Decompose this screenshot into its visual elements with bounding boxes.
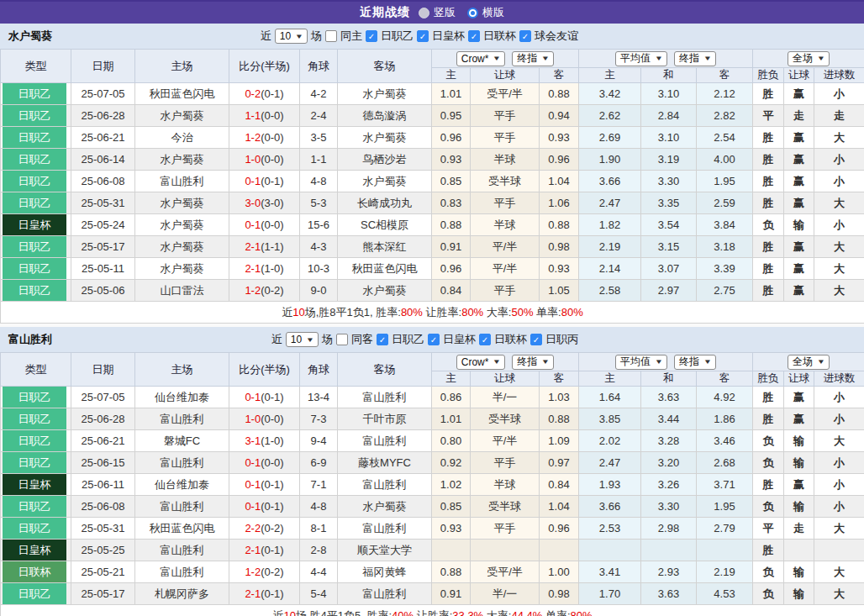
match-type: 日职乙 <box>1 583 71 605</box>
scope-select[interactable]: 全场▼ <box>788 355 830 370</box>
away-team: 藤枝MYFC <box>338 452 432 474</box>
recent-count-select[interactable]: 10▼ <box>286 332 319 347</box>
result-goals: 小 <box>814 452 864 474</box>
avg-time-select[interactable]: 终指▼ <box>674 51 716 66</box>
col-avg-away: 客 <box>697 68 753 83</box>
result-goals: 小 <box>814 83 864 105</box>
home-team: 水户蜀葵 <box>135 105 229 127</box>
select-value: 10 <box>280 30 291 42</box>
col-odds-handicap: 让球 <box>471 68 540 83</box>
match-type-badge: 日职乙 <box>3 171 66 192</box>
league-checkbox[interactable]: ✓ <box>366 30 377 42</box>
average-select[interactable]: 平均值▼ <box>615 355 667 370</box>
bookmaker-select[interactable]: Crow*▼ <box>456 355 506 370</box>
avg-away: 2.79 <box>697 518 753 540</box>
home-team: 仙台维加泰 <box>135 387 229 408</box>
section-header-mito: 水户蜀葵 近10▼场同主✓日职乙✓日皇杯✓日联杯✓球会友谊 <box>0 24 864 49</box>
match-type-badge: 日职乙 <box>3 83 66 104</box>
fulltime-score: 3-0 <box>245 197 261 209</box>
odds-away: 0.96 <box>540 518 579 540</box>
summary-row: 近10场,胜4平1负5, 胜率:40% 让胜率:33.3% 大率:44.4% 单… <box>1 605 864 616</box>
odds-home: 0.84 <box>432 280 471 302</box>
avg-home: 2.58 <box>579 280 641 302</box>
section-header-toyama: 富山胜利 近10▼场同客✓日职乙✓日皇杯✓日联杯✓日职丙 <box>0 327 864 352</box>
layout-radio-option[interactable]: 竖版 <box>419 5 456 20</box>
same-venue-checkbox[interactable] <box>336 334 348 345</box>
team-name: 水户蜀葵 <box>8 29 52 44</box>
league-checkbox[interactable]: ✓ <box>530 334 542 345</box>
chevron-down-icon: ▼ <box>703 358 712 366</box>
avg-away: 2.68 <box>697 452 753 474</box>
result-handicap: 赢 <box>784 192 814 214</box>
layout-radio-selected[interactable]: 横版 <box>467 5 504 20</box>
scope-select[interactable]: 全场▼ <box>788 51 830 66</box>
odds-time-select[interactable]: 终指▼ <box>512 355 554 370</box>
avg-draw: 3.07 <box>641 258 697 280</box>
match-type-badge: 日职乙 <box>3 236 66 257</box>
avg-time-select[interactable]: 终指▼ <box>674 355 716 370</box>
odds-handicap <box>471 540 540 561</box>
odds-handicap: 平手 <box>471 192 540 214</box>
avg-draw: 3.10 <box>641 83 697 105</box>
bookmaker-select[interactable]: Crow*▼ <box>456 51 506 66</box>
league-checkbox[interactable]: ✓ <box>428 334 440 345</box>
summary-text: 让胜率: <box>414 609 452 616</box>
odds-home: 0.88 <box>432 561 471 583</box>
summary-stat: 50% <box>511 306 533 319</box>
home-team: 水户蜀葵 <box>135 258 229 280</box>
avg-away: 1.95 <box>697 496 753 518</box>
match-type: 日职乙 <box>1 280 71 302</box>
result-handicap: 赢 <box>784 387 814 408</box>
radio-label: 竖版 <box>434 5 456 20</box>
result-goals: 小 <box>814 496 864 518</box>
summary-stat: 10 <box>283 609 295 616</box>
table-row: 日皇杯25-05-25富山胜利2-1(0-1)2-8顺天堂大学胜 <box>1 540 864 561</box>
away-team: 德岛漩涡 <box>338 105 432 127</box>
league-label: 日皇杯 <box>432 29 465 44</box>
corners: 7-1 <box>300 474 338 496</box>
fulltime-score: 2-1 <box>245 262 261 275</box>
league-checkbox[interactable]: ✓ <box>417 30 429 42</box>
col-result-winloss: 胜负 <box>753 68 784 83</box>
odds-home: 1.01 <box>432 408 471 430</box>
chevron-down-icon: ▼ <box>541 55 550 62</box>
col-odds-handicap: 让球 <box>471 371 540 387</box>
fulltime-score: 0-1 <box>245 175 261 187</box>
league-checkbox[interactable]: ✓ <box>468 30 480 42</box>
odds-home: 0.96 <box>432 258 471 280</box>
league-checkbox[interactable]: ✓ <box>377 334 388 345</box>
away-team: 富山胜利 <box>338 583 432 605</box>
halftime-score: (0-0) <box>261 109 283 122</box>
odds-away: 1.04 <box>540 496 579 518</box>
recent-count-select[interactable]: 10▼ <box>275 29 308 44</box>
col-avg-draw: 和 <box>641 371 697 387</box>
score-halftime: 2-2(0-2) <box>229 518 300 540</box>
away-team: 顺天堂大学 <box>338 540 432 561</box>
result-handicap: 输 <box>784 496 814 518</box>
halftime-score: (0-1) <box>261 391 283 403</box>
odds-away: 0.93 <box>540 127 579 149</box>
match-type: 日职乙 <box>1 105 71 127</box>
result-handicap <box>784 540 814 561</box>
result-winloss: 负 <box>753 496 784 518</box>
odds-home: 0.91 <box>432 583 471 605</box>
result-handicap: 输 <box>784 430 814 452</box>
same-venue-checkbox[interactable] <box>325 30 337 42</box>
match-date: 25-06-21 <box>71 430 135 452</box>
odds-time-select[interactable]: 终指▼ <box>512 51 554 66</box>
odds-home: 0.85 <box>432 496 471 518</box>
result-goals: 大 <box>814 583 864 605</box>
avg-draw: 3.28 <box>641 430 697 452</box>
match-date: 25-06-15 <box>71 452 135 474</box>
league-checkbox[interactable]: ✓ <box>479 334 491 345</box>
result-goals: 大 <box>814 127 864 149</box>
col-odds-away: 客 <box>540 68 579 83</box>
chevron-down-icon: ▼ <box>493 358 501 366</box>
avg-draw: 2.93 <box>641 561 697 583</box>
away-team: 水户蜀葵 <box>338 280 432 302</box>
league-checkbox[interactable]: ✓ <box>519 30 531 42</box>
halftime-score: (1-0) <box>261 434 283 447</box>
same-venue-label: 同客 <box>351 332 373 347</box>
average-select[interactable]: 平均值▼ <box>615 51 667 66</box>
result-goals: 大 <box>814 561 864 583</box>
